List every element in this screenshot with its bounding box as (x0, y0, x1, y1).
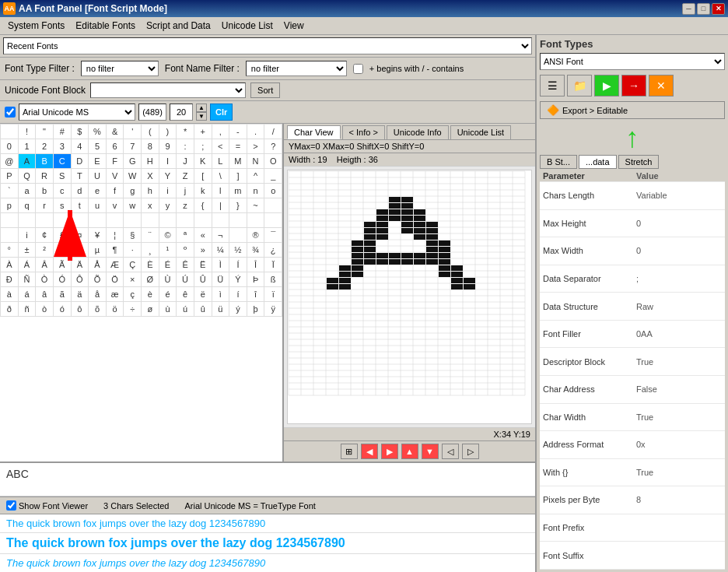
char-cell[interactable] (18, 213, 36, 228)
menu-script-data[interactable]: Script and Data (142, 19, 215, 33)
maximize-button[interactable]: □ (697, 3, 710, 15)
char-cell[interactable]: S (53, 169, 71, 184)
char-cell[interactable]: º (177, 243, 194, 258)
char-cell[interactable]: ` (1, 184, 19, 198)
size-spinner[interactable]: ▲ ▼ (196, 104, 207, 121)
char-cell[interactable]: É (159, 258, 177, 272)
char-cell[interactable]: Ì (212, 258, 229, 272)
char-cell[interactable]: Õ (89, 272, 107, 287)
show-font-viewer-checkbox[interactable] (6, 500, 16, 511)
char-cell[interactable]: i (159, 184, 177, 198)
char-cell[interactable]: © (159, 228, 177, 243)
char-cell[interactable]: F (106, 154, 124, 169)
char-cell[interactable]: é (159, 287, 177, 302)
recent-fonts-dropdown[interactable]: Recent Fonts (3, 37, 532, 54)
char-cell[interactable]: v (106, 198, 124, 213)
char-cell[interactable]: À (1, 258, 19, 272)
tab-unicode-info[interactable]: Unicode Info (387, 125, 449, 139)
toolbar-play-button[interactable]: ▶ (594, 75, 619, 97)
char-cell[interactable]: Y (159, 169, 177, 184)
char-cell[interactable]: ^ (247, 169, 264, 184)
nav-left-small[interactable]: ◁ (442, 444, 459, 459)
char-cell[interactable]: 3 (53, 139, 71, 154)
char-cell[interactable]: ý (229, 302, 247, 317)
char-cell[interactable]: $ (71, 125, 89, 139)
char-cell[interactable]: ¾ (247, 243, 264, 258)
char-cell[interactable]: Ã (53, 258, 71, 272)
char-cell[interactable]: Å (89, 258, 107, 272)
char-cell[interactable]: ¢ (36, 228, 54, 243)
char-cell[interactable]: H (142, 154, 159, 169)
char-cell[interactable]: ] (229, 169, 247, 184)
char-cell[interactable]: 1 (18, 139, 36, 154)
char-cell[interactable]: ­ (229, 228, 247, 243)
char-cell[interactable]: ¦ (106, 228, 124, 243)
char-cell[interactable]: 8 (142, 139, 159, 154)
char-cell[interactable] (53, 213, 71, 228)
char-cell[interactable]: } (229, 198, 247, 213)
char-cell[interactable]: ¿ (264, 243, 282, 258)
char-cell[interactable]: Î (247, 258, 264, 272)
char-cell[interactable]: » (194, 243, 212, 258)
char-cell[interactable] (36, 213, 54, 228)
char-cell[interactable]: ¤ (71, 228, 89, 243)
char-cell[interactable]: a (18, 184, 36, 198)
char-cell[interactable]: ò (36, 302, 54, 317)
props-tab-b[interactable]: B St... (540, 155, 577, 169)
char-cell[interactable]: T (71, 169, 89, 184)
char-cell[interactable]: N (247, 154, 264, 169)
char-cell[interactable]: I (159, 154, 177, 169)
char-cell[interactable]: u (89, 198, 107, 213)
char-cell[interactable]: Â (36, 258, 54, 272)
char-cell[interactable]: y (159, 198, 177, 213)
char-cell[interactable]: Ç (124, 258, 142, 272)
tab-info[interactable]: < Info > (342, 125, 385, 139)
char-cell[interactable]: k (194, 184, 212, 198)
size-down-button[interactable]: ▼ (196, 112, 207, 121)
char-cell[interactable]: û (194, 302, 212, 317)
char-cell[interactable]: Ñ (18, 272, 36, 287)
char-cell[interactable]: ù (159, 302, 177, 317)
char-cell[interactable]: Ø (142, 272, 159, 287)
char-cell[interactable]: á (18, 287, 36, 302)
char-cell[interactable]: ó (53, 302, 71, 317)
char-cell[interactable] (1, 213, 19, 228)
char-cell[interactable]: ê (177, 287, 194, 302)
char-cell[interactable]: 7 (124, 139, 142, 154)
char-cell[interactable] (159, 213, 177, 228)
char-cell[interactable]: ½ (229, 243, 247, 258)
char-cell[interactable]: Ó (53, 272, 71, 287)
char-cell[interactable]: ? (264, 139, 282, 154)
char-cell[interactable]: < (212, 139, 229, 154)
char-cell[interactable]: = (229, 139, 247, 154)
char-cell[interactable]: % (89, 125, 107, 139)
char-cell[interactable]: â (36, 287, 54, 302)
char-cell[interactable]: ) (159, 125, 177, 139)
char-cell[interactable] (177, 213, 194, 228)
font-name-filter-select[interactable]: no filter (246, 61, 347, 76)
char-cell[interactable]: ø (142, 302, 159, 317)
char-cell[interactable]: " (36, 125, 54, 139)
char-cell[interactable] (194, 213, 212, 228)
font-name-select[interactable]: Arial Unicode MS (19, 104, 135, 121)
toolbar-tools-button[interactable]: ✕ (649, 75, 674, 97)
char-cell[interactable]: Û (194, 272, 212, 287)
char-cell[interactable]: t (71, 198, 89, 213)
char-cell[interactable]: X (142, 169, 159, 184)
char-cell[interactable]: s (53, 198, 71, 213)
char-cell[interactable]: ¼ (212, 243, 229, 258)
menu-unicode-list[interactable]: Unicode List (217, 19, 278, 33)
char-cell[interactable]: p (1, 198, 19, 213)
minimize-button[interactable]: ─ (682, 3, 695, 15)
char-cell[interactable]: í (229, 287, 247, 302)
char-cell[interactable]: > (247, 139, 264, 154)
char-cell[interactable]: Ù (159, 272, 177, 287)
char-cell[interactable]: ; (194, 139, 212, 154)
char-cell[interactable]: { (194, 198, 212, 213)
char-cell[interactable]: Ð (1, 272, 19, 287)
char-cell[interactable]: Ô (71, 272, 89, 287)
char-cell[interactable]: õ (89, 302, 107, 317)
menu-view[interactable]: View (279, 19, 309, 33)
char-cell[interactable]: ! (18, 125, 36, 139)
char-cell[interactable]: 9 (159, 139, 177, 154)
